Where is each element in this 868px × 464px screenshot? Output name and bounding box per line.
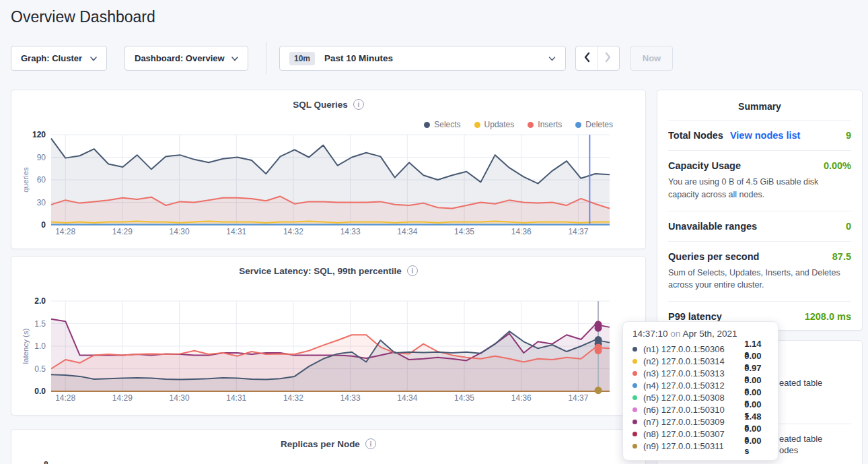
event-item-fragment: eated table	[779, 378, 822, 388]
event-item-fragment: odes	[779, 445, 798, 455]
sql-queries-plot[interactable]: 14:2814:2914:3014:3114:3214:3314:3414:35…	[20, 128, 639, 244]
svg-text:14:31: 14:31	[226, 393, 246, 403]
svg-text:14:30: 14:30	[170, 227, 190, 236]
time-prev-button[interactable]	[576, 46, 598, 70]
graph-dropdown-label: Graph: Cluster	[21, 53, 82, 63]
svg-text:14:28: 14:28	[55, 227, 75, 236]
capacity-label: Capacity Usage	[668, 160, 741, 171]
svg-text:14:34: 14:34	[397, 227, 417, 236]
capacity-value: 0.00%	[824, 160, 851, 171]
time-range-dropdown[interactable]: 10m Past 10 Minutes	[279, 46, 566, 71]
p99-latency-value: 1208.0 ms	[805, 311, 851, 322]
node-address: (n7) 127.0.0.1:50309	[643, 417, 744, 427]
chart-hover-tooltip: 14:37:10 on Apr 5th, 2021 (n1) 127.0.0.1…	[622, 321, 779, 461]
svg-text:0.0: 0.0	[34, 387, 46, 396]
summary-row-total-nodes: Total Nodes View nodes list 9	[668, 120, 851, 150]
p99-latency-label: P99 latency	[668, 311, 722, 322]
svg-text:14:32: 14:32	[283, 227, 303, 236]
tooltip-timestamp: 14:37:10 on Apr 5th, 2021	[632, 329, 768, 339]
now-button[interactable]: Now	[630, 46, 673, 71]
chart-title-sql-queries: SQL Queries	[11, 99, 645, 110]
event-item-fragment: eated table	[779, 434, 822, 444]
svg-text:1.5: 1.5	[34, 319, 46, 329]
time-nav-group	[575, 46, 620, 71]
graph-dropdown[interactable]: Graph: Cluster	[11, 46, 107, 71]
time-next-button[interactable]	[598, 46, 620, 70]
unavailable-ranges-label: Unavailable ranges	[668, 221, 757, 232]
svg-text:14:34: 14:34	[397, 393, 417, 403]
svg-text:2.0: 2.0	[34, 296, 46, 306]
info-icon[interactable]	[353, 99, 364, 110]
qps-label: Queries per second	[668, 251, 759, 262]
svg-text:14:37: 14:37	[568, 393, 588, 403]
info-icon[interactable]	[365, 438, 376, 449]
chevron-down-icon	[231, 53, 238, 63]
summary-row-capacity: Capacity Usage 0.00% You are using 0 B o…	[668, 150, 851, 211]
chart-title-text: Service Latency: SQL, 99th percentile	[239, 266, 402, 276]
svg-text:14:35: 14:35	[454, 227, 474, 236]
summary-row-qps: Queries per second 87.5 Sum of Selects, …	[668, 241, 851, 302]
legend-dot-icon	[424, 122, 430, 128]
summary-panel: Summary Total Nodes View nodes list 9 Ca…	[657, 90, 863, 331]
svg-text:14:28: 14:28	[55, 393, 75, 403]
node-address: (n8) 127.0.0.1:50307	[643, 429, 744, 439]
svg-text:14:37: 14:37	[568, 227, 588, 236]
node-address: (n4) 127.0.0.1:50312	[643, 380, 744, 391]
toolbar-divider	[266, 42, 266, 74]
node-color-dot-icon	[632, 383, 637, 388]
qps-value: 87.5	[832, 251, 851, 262]
view-nodes-list-link[interactable]: View nodes list	[730, 130, 801, 141]
node-color-dot-icon	[632, 407, 637, 412]
tooltip-time: 14:37:10	[632, 329, 668, 339]
svg-text:0: 0	[41, 220, 46, 230]
chevron-down-icon	[548, 53, 556, 63]
page-title: Overview Dashboard	[11, 8, 155, 26]
chevron-down-icon	[90, 53, 97, 63]
capacity-description: You are using 0 B of 4.5 GiB usable disk…	[668, 176, 851, 201]
svg-text:14:33: 14:33	[340, 227, 361, 236]
node-address: (n9) 127.0.0.1:50311	[643, 441, 744, 451]
summary-row-unavailable-ranges: Unavailable ranges 0	[668, 211, 851, 241]
clipped-axis-label: 8	[44, 460, 55, 464]
summary-header: Summary	[668, 90, 851, 120]
dashboard-dropdown[interactable]: Dashboard: Overview	[124, 46, 248, 71]
node-color-dot-icon	[632, 359, 637, 364]
chart-title-replicas: Replicas per Node	[11, 438, 645, 449]
svg-text:120: 120	[32, 130, 46, 139]
node-address: (n1) 127.0.0.1:50306	[643, 344, 744, 354]
node-address: (n6) 127.0.0.1:50310	[643, 405, 744, 415]
time-range-label: Past 10 Minutes	[324, 53, 393, 63]
svg-text:14:33: 14:33	[340, 393, 361, 403]
node-color-dot-icon	[632, 347, 637, 352]
service-latency-chart-card: Service Latency: SQL, 99th percentile la…	[11, 256, 646, 416]
sql-queries-chart-card: SQL Queries SelectsUpdatesInsertsDeletes…	[11, 90, 646, 249]
replicas-per-node-chart-card: Replicas per Node 8	[11, 429, 646, 464]
total-nodes-value: 9	[846, 130, 851, 141]
svg-text:14:36: 14:36	[511, 393, 532, 403]
chart-title-text: Replicas per Node	[281, 439, 360, 449]
node-address: (n2) 127.0.0.1:50314	[643, 356, 744, 366]
unavailable-ranges-value: 0	[846, 221, 851, 232]
svg-text:14:36: 14:36	[511, 227, 532, 236]
info-icon[interactable]	[407, 265, 418, 276]
node-color-dot-icon	[632, 444, 637, 449]
svg-text:0.5: 0.5	[34, 364, 46, 374]
svg-text:14:31: 14:31	[226, 227, 246, 236]
node-color-dot-icon	[632, 432, 637, 436]
chart-title-text: SQL Queries	[293, 100, 348, 110]
svg-text:14:29: 14:29	[112, 393, 133, 403]
svg-text:14:29: 14:29	[112, 227, 133, 236]
node-latency-value: 0.00 s	[744, 436, 768, 456]
tooltip-node-row: (n9) 127.0.0.1:503110.00 s	[632, 440, 768, 452]
node-address: (n3) 127.0.0.1:50313	[643, 368, 744, 378]
chart-title-service-latency: Service Latency: SQL, 99th percentile	[11, 265, 645, 276]
node-address: (n5) 127.0.0.1:50308	[643, 393, 744, 403]
node-color-dot-icon	[632, 371, 637, 376]
svg-text:1.0: 1.0	[34, 341, 46, 351]
tooltip-on-word: on	[670, 329, 680, 339]
chevron-left-icon	[583, 52, 590, 65]
svg-text:60: 60	[37, 175, 46, 185]
time-range-badge: 10m	[289, 52, 315, 65]
legend-dot-icon	[575, 122, 581, 128]
service-latency-plot[interactable]: 14:2814:2914:3014:3114:3214:3314:3414:35…	[20, 294, 639, 410]
